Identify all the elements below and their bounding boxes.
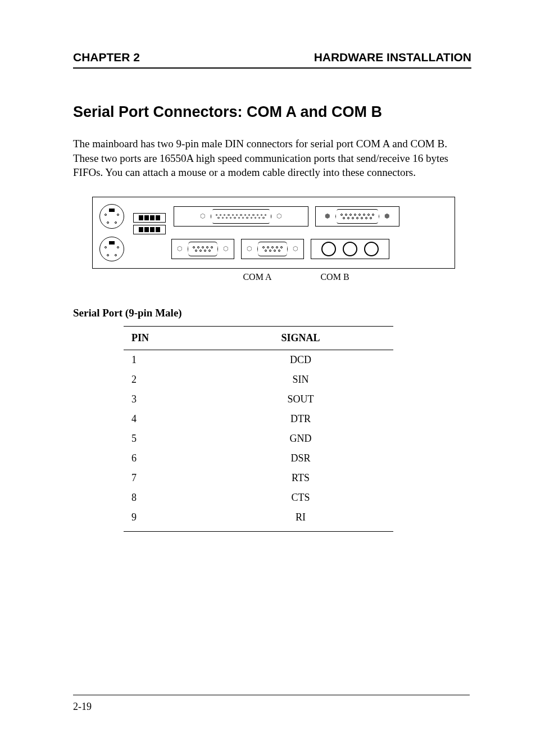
cell-signal: SOUT	[208, 390, 393, 409]
page-number: 2-19	[73, 701, 470, 713]
cell-signal: RTS	[208, 468, 393, 488]
cell-signal: DSR	[208, 449, 393, 468]
usb-port-icon	[133, 213, 166, 223]
cell-signal: CTS	[208, 488, 393, 508]
table-row: 1DCD	[124, 350, 393, 370]
parallel-port-icon: ⬡ ⬡	[174, 206, 308, 227]
cell-pin: 9	[124, 508, 208, 532]
chapter-label: CHAPTER 2	[73, 51, 140, 64]
intro-paragraph: The mainboard has two 9-pin male DIN con…	[73, 137, 471, 180]
pins-heading: Serial Port (9-pin Male)	[73, 307, 471, 319]
audio-jacks-icon	[311, 239, 389, 259]
io-panel-row-bottom: ⬡ ⬡ ⬡ ⬡	[99, 236, 448, 262]
cell-pin: 1	[124, 350, 208, 370]
serial-port-com-a-icon: ⬡ ⬡	[171, 239, 234, 259]
io-panel-row-top: ⬡ ⬡ ⬢ ⬢	[99, 203, 448, 230]
usb-port-icon	[133, 225, 166, 234]
table-row: 9RI	[124, 508, 393, 532]
table-row: 5GND	[124, 429, 393, 449]
cell-pin: 8	[124, 488, 208, 508]
table-row: 3SOUT	[124, 390, 393, 409]
table-header-signal: SIGNAL	[208, 326, 393, 350]
table-row: 7RTS	[124, 468, 393, 488]
cell-pin: 2	[124, 370, 208, 390]
hex-screw-icon: ⬢	[384, 213, 390, 220]
label-com-b: COM B	[299, 272, 371, 282]
audio-jack-icon	[321, 242, 336, 256]
cell-pin: 3	[124, 390, 208, 409]
footer-divider	[73, 695, 470, 695]
cell-signal: DTR	[208, 409, 393, 429]
io-panel: ⬡ ⬡ ⬢ ⬢ ⬡	[92, 197, 455, 269]
table-row: 8CTS	[124, 488, 393, 508]
label-com-a: COM A	[217, 272, 298, 282]
cell-pin: 6	[124, 449, 208, 468]
table-row: 2SIN	[124, 370, 393, 390]
cell-signal: DCD	[208, 350, 393, 370]
cell-pin: 7	[124, 468, 208, 488]
cell-pin: 5	[124, 429, 208, 449]
header-divider	[73, 67, 471, 69]
serial-port-com-b-icon: ⬡ ⬡	[241, 239, 304, 259]
table-header-pin: PIN	[124, 326, 208, 350]
hex-screw-icon: ⬢	[324, 213, 331, 220]
hex-screw-icon: ⬡	[199, 213, 206, 220]
table-row: 4DTR	[124, 409, 393, 429]
section-heading: Serial Port Connectors: COM A and COM B	[73, 103, 471, 121]
cell-signal: RI	[208, 508, 393, 532]
hex-screw-icon: ⬡	[276, 213, 283, 220]
game-port-icon: ⬢ ⬢	[315, 206, 399, 227]
cell-signal: GND	[208, 429, 393, 449]
cell-pin: 4	[124, 409, 208, 429]
hex-screw-icon: ⬡	[246, 246, 253, 252]
usb-stack-icon	[133, 213, 167, 234]
cell-signal: SIN	[208, 370, 393, 390]
hex-screw-icon: ⬡	[222, 246, 229, 252]
audio-jack-icon	[343, 242, 357, 256]
page-footer: 2-19	[73, 695, 470, 713]
table-row: 6DSR	[124, 449, 393, 468]
figure-labels: COM A COM B	[92, 272, 455, 282]
page-title: HARDWARE INSTALLATION	[314, 51, 471, 64]
hex-screw-icon: ⬡	[176, 246, 183, 252]
ps2-port-icon	[99, 237, 124, 261]
io-panel-figure: ⬡ ⬡ ⬢ ⬢ ⬡	[92, 197, 471, 269]
pin-definition-table: PIN SIGNAL 1DCD 2SIN 3SOUT 4DTR 5GND 6DS…	[124, 326, 393, 532]
hex-screw-icon: ⬡	[292, 246, 299, 252]
audio-jack-icon	[364, 242, 379, 256]
ps2-port-icon	[99, 204, 124, 229]
